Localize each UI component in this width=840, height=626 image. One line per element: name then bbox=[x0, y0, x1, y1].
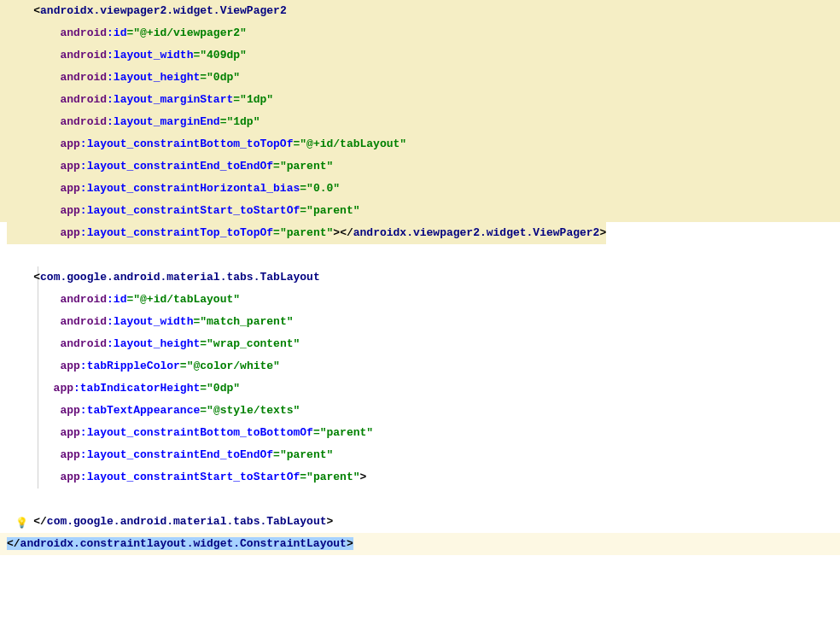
code-token: :id bbox=[107, 293, 126, 306]
code-token: android bbox=[60, 315, 107, 328]
code-token: com.google.android.material.tabs.TabLayo… bbox=[40, 271, 320, 284]
code-token: :layout_height bbox=[107, 71, 200, 84]
code-line[interactable]: app:layout_constraintBottom_toBottomOf="… bbox=[0, 422, 840, 444]
code-token: android bbox=[60, 293, 107, 306]
code-editor[interactable]: <androidx.viewpager2.widget.ViewPager2 a… bbox=[0, 0, 840, 555]
code-token: :layout_width bbox=[107, 315, 193, 328]
code-token: :tabRippleColor bbox=[80, 360, 180, 372]
code-line[interactable]: app:tabIndicatorHeight="0dp" bbox=[0, 377, 840, 400]
code-token: "parent" bbox=[280, 160, 333, 173]
code-token: </ bbox=[33, 515, 47, 528]
code-token: "@+id/tabLayout" bbox=[133, 293, 240, 306]
code-line[interactable]: </androidx.constraintlayout.widget.Const… bbox=[0, 533, 840, 555]
code-token: app bbox=[60, 182, 79, 195]
code-token bbox=[7, 249, 14, 261]
code-token: app bbox=[60, 471, 79, 483]
code-token: "@+id/tabLayout" bbox=[300, 137, 406, 150]
code-token: "0.0" bbox=[306, 182, 340, 195]
code-line[interactable]: app:layout_constraintEnd_toEndOf="parent… bbox=[0, 155, 840, 178]
code-line[interactable]: app:layout_constraintStart_toStartOf="pa… bbox=[0, 466, 840, 489]
code-token: = bbox=[300, 204, 306, 217]
code-token: :layout_height bbox=[107, 337, 200, 350]
code-line[interactable]: app:tabRippleColor="@color/white" bbox=[0, 355, 840, 377]
code-line[interactable]: android:layout_marginStart="1dp" bbox=[0, 89, 840, 111]
code-line[interactable]: app:layout_constraintBottom_toTopOf="@+i… bbox=[0, 133, 840, 155]
code-line[interactable]: app:layout_constraintEnd_toEndOf="parent… bbox=[0, 444, 840, 466]
code-token: = bbox=[200, 337, 207, 350]
code-token: < bbox=[33, 271, 40, 284]
code-line[interactable]: <androidx.viewpager2.widget.ViewPager2 bbox=[0, 0, 840, 22]
code-token: "@color/white" bbox=[187, 360, 280, 372]
code-token: android bbox=[60, 71, 107, 84]
code-line[interactable]: android:layout_marginEnd="1dp" bbox=[0, 111, 840, 133]
code-token: = bbox=[273, 160, 280, 173]
code-token: = bbox=[180, 360, 187, 372]
code-token: app bbox=[60, 404, 79, 417]
code-token: app bbox=[60, 204, 79, 217]
code-token: app bbox=[54, 382, 73, 395]
code-token: = bbox=[200, 71, 207, 84]
code-token: :layout_width bbox=[107, 49, 193, 61]
code-token: "0dp" bbox=[207, 382, 240, 395]
code-token: app bbox=[60, 360, 79, 372]
code-token: :layout_constraintStart_toStartOf bbox=[80, 471, 300, 483]
code-line[interactable]: app:tabTextAppearance="@style/texts" bbox=[0, 400, 840, 422]
code-token: "parent" bbox=[280, 448, 333, 461]
code-token: :layout_constraintStart_toStartOf bbox=[80, 204, 300, 217]
code-token: android bbox=[60, 115, 107, 128]
code-token: > bbox=[326, 515, 333, 528]
code-line[interactable]: app:layout_constraintStart_toStartOf="pa… bbox=[0, 200, 840, 222]
code-token: = bbox=[273, 448, 280, 461]
code-line[interactable]: <com.google.android.material.tabs.TabLay… bbox=[0, 266, 840, 289]
code-token: = bbox=[233, 93, 240, 106]
code-token: "parent" bbox=[320, 426, 373, 439]
code-token: android bbox=[60, 337, 107, 350]
code-token: android bbox=[60, 93, 107, 106]
code-line[interactable]: app:layout_constraintHorizontal_bias="0.… bbox=[0, 178, 840, 200]
code-token: app bbox=[60, 137, 79, 150]
code-line[interactable]: android:id="@+id/viewpager2" bbox=[0, 22, 840, 44]
code-line[interactable]: android:layout_width="409dp" bbox=[0, 44, 840, 67]
code-token: "wrap_content" bbox=[207, 337, 300, 350]
code-token: "@+id/viewpager2" bbox=[133, 26, 247, 39]
code-line[interactable]: android:layout_height="0dp" bbox=[0, 67, 840, 89]
code-token: "match_parent" bbox=[200, 315, 293, 328]
code-token: :layout_constraintEnd_toEndOf bbox=[80, 448, 273, 461]
code-token: :tabTextAppearance bbox=[80, 404, 200, 417]
code-line[interactable]: android:id="@+id/tabLayout" bbox=[0, 289, 840, 311]
code-token: "1dp" bbox=[226, 115, 260, 128]
code-token: "parent" bbox=[306, 471, 359, 483]
code-token: :layout_constraintEnd_toEndOf bbox=[80, 160, 273, 173]
code-token: "409dp" bbox=[200, 49, 247, 61]
code-token: > bbox=[360, 471, 367, 483]
code-token: "1dp" bbox=[240, 93, 273, 106]
code-token: = bbox=[300, 471, 306, 483]
code-token: = bbox=[300, 182, 306, 195]
code-token: :layout_constraintBottom_toTopOf bbox=[80, 137, 294, 150]
code-line[interactable] bbox=[0, 244, 840, 266]
code-token: androidx.viewpager2.widget.ViewPager2 bbox=[40, 4, 287, 17]
code-token: = bbox=[200, 382, 207, 395]
code-token: :layout_marginEnd bbox=[107, 115, 220, 128]
code-token: = bbox=[200, 404, 207, 417]
code-token bbox=[7, 493, 14, 506]
code-token: :layout_marginStart bbox=[107, 93, 233, 106]
code-token: :id bbox=[107, 26, 126, 39]
code-token: = bbox=[313, 426, 320, 439]
code-token: android bbox=[60, 26, 107, 39]
code-token: "@style/texts" bbox=[207, 404, 300, 417]
code-token: "parent" bbox=[306, 204, 359, 217]
code-line[interactable]: app:layout_constraintTop_toTopOf="parent… bbox=[0, 222, 840, 244]
code-token: com.google.android.material.tabs.TabLayo… bbox=[47, 515, 327, 528]
code-token: app bbox=[60, 448, 79, 461]
code-line[interactable]: android:layout_height="wrap_content" bbox=[0, 333, 840, 355]
code-line[interactable]: </com.google.android.material.tabs.TabLa… bbox=[0, 511, 840, 533]
code-token: android bbox=[60, 49, 107, 61]
code-line[interactable]: android:layout_width="match_parent" bbox=[0, 311, 840, 333]
code-line[interactable] bbox=[0, 489, 840, 511]
code-token: "0dp" bbox=[207, 71, 240, 84]
code-token: :layout_constraintBottom_toBottomOf bbox=[80, 426, 313, 439]
code-token: :layout_constraintHorizontal_bias bbox=[80, 182, 300, 195]
code-token: < bbox=[33, 4, 40, 17]
code-token: app bbox=[60, 160, 79, 173]
